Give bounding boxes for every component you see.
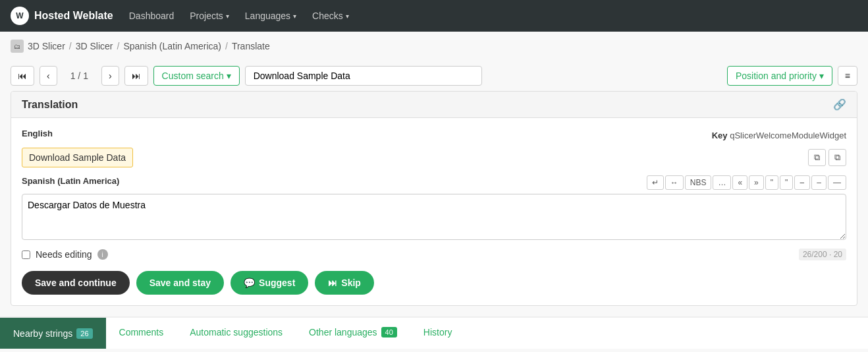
bottom-tabs: Nearby strings 26 Comments Automatic sug… <box>0 316 868 349</box>
breadcrumb-sep3: / <box>225 41 228 51</box>
tab-history[interactable]: History <box>410 318 466 349</box>
breadcrumb-project2[interactable]: 3D Slicer <box>76 41 113 51</box>
needs-editing-row: Needs editing i 26/200 · 20 <box>22 249 846 260</box>
copy-plural-button[interactable]: ⧉ <box>828 149 846 166</box>
key-row: Key qSlicerWelcomeModuleWidget <box>712 131 846 140</box>
tab-comments-label: Comments <box>119 327 164 337</box>
position-priority-button[interactable]: Position and priority ▾ <box>727 66 832 86</box>
card-link-icon[interactable]: 🔗 <box>833 98 846 111</box>
key-label: Key <box>712 131 728 140</box>
needs-editing-info-icon[interactable]: i <box>97 249 108 260</box>
suggest-label: Suggest <box>259 278 295 288</box>
nav-checks[interactable]: Checks ▾ <box>312 11 349 21</box>
skip-button[interactable]: ⏭ Skip <box>315 271 374 295</box>
char-horibar[interactable]: — <box>828 175 846 190</box>
card-title: Translation <box>22 99 78 111</box>
breadcrumb-current: Translate <box>232 41 270 51</box>
char-nbs[interactable]: NBS <box>685 175 712 190</box>
breadcrumb-icon: 🗂 <box>11 40 24 53</box>
english-row: English Key qSlicerWelcomeModuleWidget <box>22 129 846 142</box>
tab-other-languages[interactable]: Other languages 40 <box>296 318 410 349</box>
next-page-button[interactable]: › <box>101 66 119 86</box>
english-label: English <box>22 129 53 138</box>
first-page-button[interactable]: ⏮ <box>11 66 34 86</box>
brand-label: Hosted Weblate <box>34 10 113 22</box>
nav-dashboard[interactable]: Dashboard <box>129 11 175 21</box>
translation-label-row: Spanish (Latin America) ↵ ↔ NBS … « » " … <box>22 175 846 190</box>
char-count: 26/200 · 20 <box>799 249 846 260</box>
nearby-strings-badge: 26 <box>76 328 92 339</box>
breadcrumb-project1[interactable]: 3D Slicer <box>28 41 65 51</box>
char-raquo[interactable]: » <box>749 175 764 190</box>
suggest-button[interactable]: 💬 Suggest <box>231 271 308 295</box>
prev-page-button[interactable]: ‹ <box>40 66 57 86</box>
char-endash[interactable]: ‒ <box>794 175 810 190</box>
source-text: Download Sample Data <box>22 148 133 167</box>
needs-editing-checkbox[interactable] <box>22 250 30 259</box>
sort-button[interactable]: ≡ <box>838 66 857 86</box>
char-rdquo[interactable]: " <box>780 175 793 190</box>
special-chars: ↵ ↔ NBS … « » " " ‒ – — <box>647 175 846 190</box>
navbar: W Hosted Weblate Dashboard Projects ▾ La… <box>0 0 868 32</box>
languages-arrow-icon: ▾ <box>293 13 296 20</box>
checks-arrow-icon: ▾ <box>346 13 349 20</box>
key-value: qSlicerWelcomeModuleWidget <box>730 131 846 140</box>
spanish-label: Spanish (Latin America) <box>22 176 119 186</box>
nav-languages[interactable]: Languages ▾ <box>245 11 296 21</box>
custom-search-button[interactable]: Custom search ▾ <box>153 66 240 86</box>
brand-icon: W <box>11 7 29 25</box>
tab-automatic-suggestions[interactable]: Automatic suggestions <box>176 318 296 349</box>
sort-icon: ≡ <box>845 71 850 81</box>
needs-editing-label[interactable]: Needs editing <box>36 249 92 260</box>
char-ltr[interactable]: ↔ <box>665 175 684 190</box>
toolbar: ⏮ ‹ 1 / 1 › ⏭ Custom search ▾ Position a… <box>0 61 868 91</box>
brand: W Hosted Weblate <box>11 7 113 25</box>
tab-automatic-suggestions-label: Automatic suggestions <box>190 327 283 337</box>
save-stay-button[interactable]: Save and stay <box>136 271 224 295</box>
last-page-button[interactable]: ⏭ <box>124 66 148 86</box>
breadcrumb-sep1: / <box>69 41 72 51</box>
copy-button[interactable]: ⧉ <box>808 149 826 166</box>
char-newline[interactable]: ↵ <box>647 175 664 190</box>
char-laquo[interactable]: « <box>732 175 747 190</box>
suggest-icon: 💬 <box>244 278 255 288</box>
skip-icon: ⏭ <box>328 278 337 288</box>
copy-actions: ⧉ ⧉ <box>808 149 846 166</box>
card-body: English Key qSlicerWelcomeModuleWidget D… <box>11 118 857 271</box>
card-header: Translation 🔗 <box>11 92 857 118</box>
tab-nearby-strings[interactable]: Nearby strings 26 <box>0 318 106 349</box>
search-input[interactable] <box>245 66 482 86</box>
tab-comments[interactable]: Comments <box>106 318 177 349</box>
skip-label: Skip <box>341 278 361 288</box>
page-info: 1 / 1 <box>63 67 96 85</box>
save-continue-button[interactable]: Save and continue <box>22 271 130 295</box>
projects-arrow-icon: ▾ <box>226 13 229 20</box>
actions-row: Save and continue Save and stay 💬 Sugges… <box>11 271 857 305</box>
nav-projects[interactable]: Projects ▾ <box>190 11 229 21</box>
tab-nearby-strings-label: Nearby strings <box>13 328 72 339</box>
char-ldquo[interactable]: " <box>765 175 778 190</box>
breadcrumb: 🗂 3D Slicer / 3D Slicer / Spanish (Latin… <box>0 32 868 61</box>
translation-card: Translation 🔗 English Key qSlicerWelcome… <box>11 91 857 306</box>
breadcrumb-language[interactable]: Spanish (Latin America) <box>123 41 221 51</box>
other-languages-badge: 40 <box>381 327 397 337</box>
char-ellipsis[interactable]: … <box>713 175 731 190</box>
breadcrumb-sep2: / <box>117 41 119 51</box>
tab-other-languages-label: Other languages <box>309 327 377 337</box>
tab-history-label: History <box>423 327 452 337</box>
char-emdash[interactable]: – <box>811 175 827 190</box>
translation-textarea[interactable]: Descargar Datos de Muestra <box>22 194 846 240</box>
